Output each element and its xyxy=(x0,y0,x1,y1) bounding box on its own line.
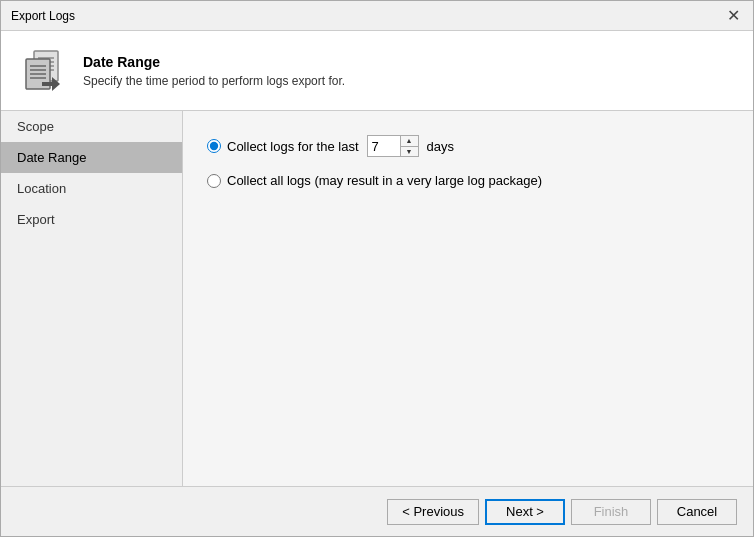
radio-collect-last-days[interactable] xyxy=(207,139,221,153)
option2-text: Collect all logs (may result in a very l… xyxy=(227,173,542,188)
spin-buttons: ▲ ▼ xyxy=(400,136,418,156)
next-button[interactable]: Next > xyxy=(485,499,565,525)
days-input[interactable] xyxy=(368,136,400,156)
footer: < Previous Next > Finish Cancel xyxy=(1,486,753,536)
header-icon xyxy=(17,46,67,96)
sidebar-item-export[interactable]: Export xyxy=(1,204,182,235)
radio-collect-all[interactable] xyxy=(207,174,221,188)
header-text: Date Range Specify the time period to pe… xyxy=(83,54,345,88)
sidebar: Scope Date Range Location Export xyxy=(1,111,183,486)
title-bar: Export Logs ✕ xyxy=(1,1,753,31)
header-title: Date Range xyxy=(83,54,345,70)
header-section: Date Range Specify the time period to pe… xyxy=(1,31,753,111)
days-input-wrapper: ▲ ▼ xyxy=(367,135,419,157)
sidebar-item-date-range[interactable]: Date Range xyxy=(1,142,182,173)
content-area: Scope Date Range Location Export Collect… xyxy=(1,111,753,486)
spin-up-button[interactable]: ▲ xyxy=(401,136,418,147)
option-collect-last-days-row: Collect logs for the last ▲ ▼ days xyxy=(207,135,729,157)
sidebar-item-location[interactable]: Location xyxy=(1,173,182,204)
svg-rect-11 xyxy=(42,82,52,86)
option-collect-all-row: Collect all logs (may result in a very l… xyxy=(207,173,729,188)
dialog-title: Export Logs xyxy=(11,9,75,23)
finish-button[interactable]: Finish xyxy=(571,499,651,525)
days-label: days xyxy=(427,139,454,154)
option-collect-last-days-label[interactable]: Collect logs for the last xyxy=(207,139,359,154)
spin-down-button[interactable]: ▼ xyxy=(401,147,418,157)
option1-text: Collect logs for the last xyxy=(227,139,359,154)
main-panel: Collect logs for the last ▲ ▼ days Colle… xyxy=(183,111,753,486)
option-collect-all-label[interactable]: Collect all logs (may result in a very l… xyxy=(207,173,542,188)
export-logs-dialog: Export Logs ✕ xyxy=(0,0,754,537)
previous-button[interactable]: < Previous xyxy=(387,499,479,525)
close-button[interactable]: ✕ xyxy=(723,6,743,26)
sidebar-item-scope[interactable]: Scope xyxy=(1,111,182,142)
header-description: Specify the time period to perform logs … xyxy=(83,74,345,88)
cancel-button[interactable]: Cancel xyxy=(657,499,737,525)
